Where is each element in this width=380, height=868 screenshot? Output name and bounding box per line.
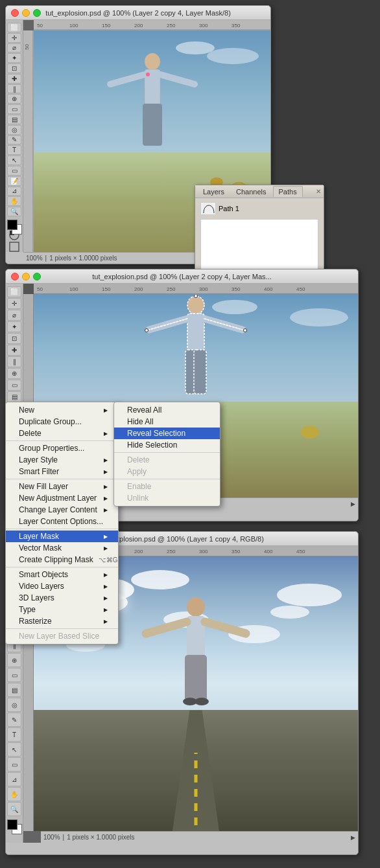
pen-tool[interactable]: ✎: [7, 135, 21, 145]
healing-tool[interactable]: ✚: [7, 74, 21, 84]
svg-text:300: 300: [199, 23, 208, 29]
brush-tool[interactable]: ∥: [7, 84, 21, 94]
menu-item-vector-mask[interactable]: Vector Mask ▶: [6, 542, 118, 554]
eraser-tool-2[interactable]: ▭: [7, 380, 21, 391]
healing-tool-2[interactable]: ✚: [7, 345, 21, 356]
marquee-tool-2[interactable]: ⬜: [7, 286, 21, 297]
menu-arrow-layer-mask: ▶: [104, 534, 108, 540]
menu-item-delete[interactable]: Delete ▶: [6, 428, 118, 439]
move-tool-2[interactable]: ✛: [7, 298, 21, 309]
panel-close-btn[interactable]: ✕: [316, 188, 321, 195]
menu-arrow-adjustment: ▶: [104, 496, 108, 501]
tool-path-sel-3[interactable]: ↖: [7, 742, 21, 757]
minimize-button-1[interactable]: [22, 9, 30, 17]
submenu-hide-selection[interactable]: Hide Selection: [114, 439, 220, 451]
foreground-color[interactable]: [7, 220, 18, 230]
tool-hand-3[interactable]: ✋: [7, 787, 21, 801]
person-svg-1: [107, 52, 198, 159]
eraser-tool[interactable]: ▭: [7, 104, 21, 114]
menu-item-duplicate[interactable]: Duplicate Group...: [6, 416, 118, 428]
lasso-tool[interactable]: ⌀: [7, 43, 21, 53]
magic-wand-tool-2[interactable]: ✦: [7, 321, 21, 332]
gradient-tool-2[interactable]: ▤: [7, 391, 21, 402]
color-swatches[interactable]: [7, 220, 21, 229]
dodge-tool[interactable]: ◎: [7, 125, 21, 135]
tab-channels[interactable]: Channels: [231, 187, 271, 197]
menu-item-change-content[interactable]: Change Layer Content ▶: [6, 504, 118, 516]
menu-arrow-new-fill: ▶: [104, 484, 108, 490]
menu-item-new-fill[interactable]: New Fill Layer ▶: [6, 481, 118, 492]
svg-point-38: [195, 295, 198, 298]
zoom-tool[interactable]: 🔍: [7, 207, 21, 216]
svg-rect-18: [150, 104, 162, 146]
menu-item-new[interactable]: New ▶: [6, 404, 118, 416]
shape-tool[interactable]: ▭: [7, 166, 21, 176]
menu-item-type[interactable]: Type ▶: [6, 604, 118, 615]
svg-text:450: 450: [296, 549, 305, 554]
path-item-1[interactable]: Path 1: [198, 201, 321, 216]
close-button-2[interactable]: [11, 273, 19, 280]
minimize-button-2[interactable]: [22, 273, 30, 280]
zoom-button-1[interactable]: [33, 9, 41, 17]
path-thumb-1: [200, 202, 216, 215]
tool-stamp-3[interactable]: ⊕: [7, 653, 21, 667]
stamp-tool-2[interactable]: ⊕: [7, 368, 21, 379]
tool-gradient-3[interactable]: ▤: [7, 683, 21, 697]
tool-eyedrop-3[interactable]: ⊿: [7, 772, 21, 786]
menu-item-3d-layers[interactable]: 3D Layers ▶: [6, 592, 118, 604]
menu-item-group-props[interactable]: Group Properties...: [6, 442, 118, 454]
svg-text:150: 150: [102, 286, 111, 292]
color-swatches-3[interactable]: [7, 819, 21, 834]
stamp-tool[interactable]: ⊕: [7, 94, 21, 104]
text-tool[interactable]: T: [7, 145, 21, 155]
menu-item-layer-mask[interactable]: Layer Mask ▶: [6, 531, 118, 542]
screen-mode-btn[interactable]: [7, 242, 21, 252]
traffic-lights-1: [11, 9, 41, 17]
vertical-ruler-1: 50: [23, 30, 34, 252]
gradient-tool[interactable]: ▤: [7, 115, 21, 124]
menu-sep-3: [6, 529, 118, 529]
tool-shape-3[interactable]: ▭: [7, 757, 21, 771]
horizontal-ruler-1: 50 100 150 200 250 300 350: [34, 20, 270, 30]
menu-arrow-change-content: ▶: [104, 507, 108, 513]
lasso-tool-2[interactable]: ⌀: [7, 310, 21, 321]
svg-text:50: 50: [24, 44, 30, 50]
submenu-hide-all[interactable]: Hide All: [114, 416, 220, 428]
submenu-reveal-all[interactable]: Reveal All: [114, 404, 220, 416]
marquee-tool[interactable]: ⬜: [7, 23, 21, 32]
crop-tool[interactable]: ⊡: [7, 63, 21, 73]
submenu-reveal-selection[interactable]: Reveal Selection: [114, 428, 220, 439]
svg-text:400: 400: [264, 549, 273, 554]
brush-tool-2[interactable]: ∥: [7, 356, 21, 367]
hand-tool[interactable]: ✋: [7, 196, 21, 206]
menu-item-content-options[interactable]: Layer Content Options...: [6, 516, 118, 527]
move-tool[interactable]: ✛: [7, 33, 21, 43]
tool-text-3[interactable]: T: [7, 727, 21, 742]
menu-item-layer-style[interactable]: Layer Style ▶: [6, 454, 118, 466]
notes-tool[interactable]: 📝: [7, 176, 21, 186]
fg-color-3[interactable]: [7, 819, 18, 830]
tool-eraser-3[interactable]: ▭: [7, 668, 21, 682]
tab-paths[interactable]: Paths: [273, 186, 303, 197]
menu-item-adjustment[interactable]: New Adjustment Layer ▶: [6, 492, 118, 504]
path-selection-tool[interactable]: ↖: [7, 155, 21, 165]
panel-tabs: Layers Channels Paths ✕: [195, 185, 324, 198]
crop-tool-2[interactable]: ⊡: [7, 333, 21, 344]
menu-item-smart-filter[interactable]: Smart Filter ▶: [6, 466, 118, 477]
tool-zoom-3[interactable]: 🔍: [7, 802, 21, 816]
magic-wand-tool[interactable]: ✦: [7, 53, 21, 63]
zoom-button-2[interactable]: [33, 273, 41, 280]
menu-item-smart-objects[interactable]: Smart Objects ▶: [6, 569, 118, 580]
statusbar-arrow-2[interactable]: ▶: [351, 501, 355, 507]
eyedropper-tool[interactable]: ⊿: [7, 187, 21, 196]
menu-item-video-layers[interactable]: Video Layers ▶: [6, 580, 118, 592]
tool-dodge-3[interactable]: ◎: [7, 698, 21, 712]
tool-pen-3[interactable]: ✎: [7, 713, 21, 727]
tab-layers[interactable]: Layers: [198, 187, 230, 197]
close-button-1[interactable]: [11, 9, 19, 17]
menu-item-rasterize[interactable]: Rasterize ▶: [6, 615, 118, 627]
menu-arrow-layer-style: ▶: [104, 457, 108, 463]
svg-text:450: 450: [296, 286, 305, 292]
statusbar-arrow-3[interactable]: ▶: [351, 834, 355, 841]
menu-item-clipping-mask[interactable]: Create Clipping Mask ⌥⌘G: [6, 554, 118, 565]
